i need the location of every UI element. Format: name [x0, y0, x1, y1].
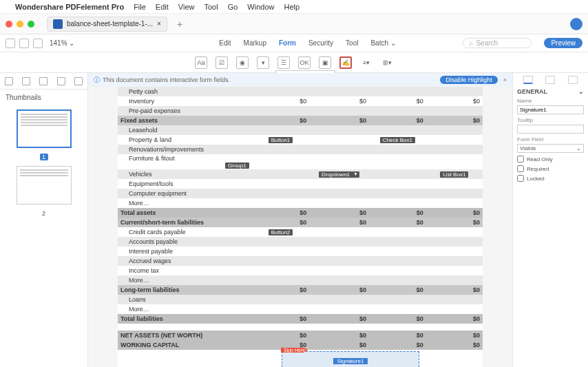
- menu-edit[interactable]: Edit: [156, 3, 169, 11]
- disable-highlight-button[interactable]: Disable Highlight: [440, 76, 498, 84]
- digital-signature-tool-icon[interactable]: ✍: [339, 56, 352, 69]
- form-field-widget[interactable]: Dropdown1: [319, 171, 359, 178]
- properties-appearance-icon[interactable]: [545, 76, 555, 84]
- form-field-widget[interactable]: Button2: [269, 229, 293, 235]
- properties-panel: GENERAL ⌄ Name Tooltip Form Field Visibl…: [512, 73, 588, 367]
- row-label: Vehicles: [118, 169, 252, 179]
- form-field-widget[interactable]: Group1: [225, 162, 249, 169]
- row-value: [252, 256, 310, 266]
- image-tool-icon[interactable]: ▣: [319, 56, 331, 69]
- close-notice-icon[interactable]: ×: [503, 76, 507, 83]
- tab-security[interactable]: Security: [308, 39, 333, 47]
- checkbox-tool-icon[interactable]: ☑: [216, 56, 228, 69]
- page-thumbnail-1[interactable]: [17, 109, 72, 148]
- row-value: [252, 154, 310, 169]
- form-field-widget[interactable]: Check Box1: [380, 137, 415, 143]
- menu-help[interactable]: Help: [284, 3, 300, 11]
- row-value: $0: [309, 340, 369, 350]
- tab-batch[interactable]: Batch ⌄: [370, 39, 395, 47]
- outline-icon[interactable]: [39, 77, 48, 85]
- required-checkbox[interactable]: Required: [517, 165, 584, 172]
- thumbnails-icon[interactable]: [5, 77, 13, 85]
- search-input[interactable]: ⌕ Search: [463, 38, 532, 48]
- dropdown-tool-icon[interactable]: ▾: [257, 56, 269, 69]
- menu-file[interactable]: File: [134, 3, 146, 11]
- tab-edit[interactable]: Edit: [219, 39, 231, 47]
- menu-go[interactable]: Go: [228, 3, 238, 11]
- comments-icon[interactable]: [74, 77, 83, 85]
- locked-checkbox[interactable]: Locked: [517, 175, 584, 182]
- page-thumbnail-2[interactable]: [17, 166, 72, 205]
- name-input[interactable]: [517, 105, 584, 114]
- signature-field[interactable]: Sign Here Signature1: [282, 351, 419, 367]
- row-value: [252, 189, 310, 198]
- properties-general-icon[interactable]: [523, 76, 533, 84]
- row-label: Accounts payable: [118, 237, 252, 247]
- row-value: [309, 125, 369, 135]
- row-value: [309, 106, 369, 116]
- sign-here-tag: Sign Here: [281, 348, 308, 353]
- align-tool-icon[interactable]: ≡▾: [360, 56, 372, 69]
- more-tools-icon[interactable]: ⊞▾: [381, 56, 393, 69]
- visibility-select[interactable]: Visible ⌄: [517, 144, 584, 153]
- row-value: [426, 154, 483, 169]
- user-avatar-icon[interactable]: [570, 18, 582, 30]
- maximize-window-icon[interactable]: [28, 21, 34, 28]
- close-tab-icon[interactable]: ×: [157, 20, 161, 28]
- tab-markup[interactable]: Markup: [244, 39, 266, 47]
- row-value: $0: [369, 314, 426, 324]
- properties-actions-icon[interactable]: [568, 76, 578, 84]
- tab-form[interactable]: Form: [279, 39, 296, 47]
- text-field-tool-icon[interactable]: Aa: [195, 56, 207, 69]
- row-value: [426, 237, 483, 247]
- menu-tool[interactable]: Tool: [204, 3, 218, 11]
- row-label: Leasehold: [118, 125, 252, 135]
- row-value: [252, 198, 310, 208]
- info-icon: ⓘ: [94, 76, 100, 85]
- general-section-title[interactable]: GENERAL ⌄: [517, 88, 584, 95]
- left-sidebar: Thumbnails 1 2: [0, 73, 88, 367]
- menu-window[interactable]: Window: [247, 3, 274, 11]
- document-tab-label: balance-sheet-template-1-...: [67, 20, 153, 28]
- form-field-widget[interactable]: Button1: [269, 137, 293, 143]
- properties-tabs: [517, 76, 584, 84]
- form-field-widget[interactable]: List Box1: [440, 171, 468, 178]
- radio-tool-icon[interactable]: ◉: [236, 56, 249, 69]
- thumb-number-1: 1: [40, 154, 48, 160]
- row-label: WORKING CAPITAL: [118, 340, 252, 350]
- single-page-icon[interactable]: [33, 39, 43, 48]
- new-tab-button[interactable]: +: [173, 19, 187, 30]
- preview-button[interactable]: Preview: [544, 38, 582, 48]
- row-value: $0: [426, 314, 483, 324]
- zoom-level[interactable]: 141% ⌄: [50, 39, 74, 47]
- row-value: [369, 106, 426, 116]
- minimize-window-icon[interactable]: [17, 21, 23, 28]
- chevron-down-icon: ⌄: [576, 145, 581, 151]
- balance-sheet-table: Petty cashInventory$0$0$0$0Pre-paid expe…: [118, 87, 483, 350]
- close-window-icon[interactable]: [6, 21, 12, 28]
- row-value: [426, 87, 483, 96]
- tab-tool[interactable]: Tool: [346, 39, 358, 47]
- bookmarks-icon[interactable]: [22, 77, 30, 85]
- thumbnail-grid-icon[interactable]: [19, 39, 29, 48]
- formfield-label: Form Field: [517, 136, 584, 143]
- row-value: [369, 198, 426, 208]
- row-label: Property & land: [118, 135, 252, 145]
- readonly-checkbox[interactable]: Read Only: [517, 156, 584, 162]
- row-value: [309, 275, 369, 285]
- sidebar-toggle-icon[interactable]: [6, 39, 15, 48]
- document-tab[interactable]: balance-sheet-template-1-... ×: [47, 17, 167, 32]
- row-value: [369, 295, 426, 304]
- row-value: [426, 227, 483, 237]
- row-value: [252, 169, 310, 179]
- row-value: $0: [309, 331, 369, 340]
- button-tool-icon[interactable]: OK: [298, 56, 311, 69]
- row-value: [369, 227, 426, 237]
- menu-view[interactable]: View: [178, 3, 195, 11]
- row-label: Equipment/tools: [118, 179, 252, 189]
- listbox-tool-icon[interactable]: ☰: [277, 56, 290, 69]
- row-value: $0: [309, 314, 369, 324]
- attachments-icon[interactable]: [57, 77, 65, 85]
- tooltip-input[interactable]: [517, 125, 584, 134]
- row-label: Fixed assets: [118, 116, 252, 125]
